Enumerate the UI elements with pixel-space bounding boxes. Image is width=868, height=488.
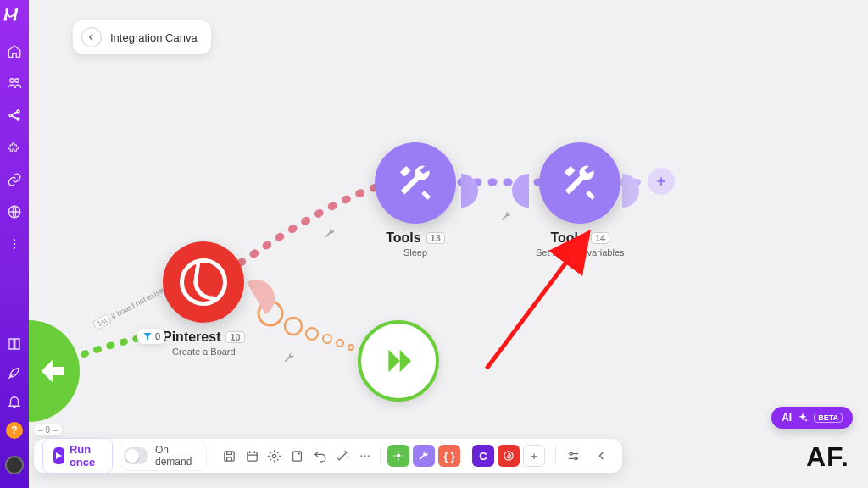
svg-rect-17	[248, 452, 257, 461]
share-icon[interactable]	[6, 107, 23, 124]
filter-chip[interactable]: 0	[137, 329, 165, 344]
sparkle-icon	[797, 412, 809, 424]
scenario-canvas[interactable]: 0 1stif board not exists Pinterest10 Cre…	[29, 0, 868, 488]
ai-label: AI	[782, 412, 792, 424]
filter-count: 0	[155, 331, 160, 341]
svg-point-1	[15, 79, 19, 83]
tools-icon	[375, 142, 456, 224]
bottom-toolbar: Run once On demand { } C +	[34, 439, 622, 473]
wrench-icon[interactable]	[500, 210, 512, 222]
chip-pinterest[interactable]	[498, 445, 520, 467]
svg-point-4	[17, 118, 19, 120]
svg-point-13	[337, 340, 343, 347]
sliders-icon[interactable]	[561, 444, 585, 468]
book-icon[interactable]	[6, 336, 23, 352]
svg-point-8	[14, 247, 15, 248]
step-indicator: – 9 –	[34, 424, 62, 435]
chip-add[interactable]: +	[523, 445, 545, 467]
more-icon[interactable]	[6, 236, 23, 252]
svg-point-2	[9, 114, 12, 117]
undo-icon[interactable]	[312, 444, 328, 468]
rail-group-top	[6, 42, 23, 252]
separator	[555, 446, 556, 465]
calendar-icon[interactable]	[244, 444, 260, 468]
svg-rect-16	[225, 451, 234, 460]
home-icon[interactable]	[6, 42, 23, 59]
node-subtitle: Sleep	[403, 247, 427, 258]
node-title: Tools	[386, 230, 420, 246]
separator	[214, 446, 214, 465]
svg-point-12	[323, 335, 331, 343]
bell-icon[interactable]	[6, 393, 23, 410]
wrench-icon[interactable]	[283, 352, 295, 363]
node-subtitle: Create a Board	[172, 347, 236, 357]
svg-point-25	[570, 452, 572, 455]
svg-point-20	[361, 455, 363, 457]
step-number: 9	[46, 425, 51, 435]
node-subtitle: Set multiple variables	[536, 247, 625, 258]
svg-point-22	[368, 455, 370, 457]
svg-point-26	[574, 457, 576, 459]
team-icon[interactable]	[6, 75, 23, 92]
link-icon[interactable]	[6, 171, 23, 188]
run-node[interactable]	[358, 320, 439, 402]
schedule-toggle-wrap: On demand	[120, 441, 207, 471]
rocket-icon[interactable]	[6, 364, 23, 381]
schedule-mode-label: On demand	[155, 444, 198, 468]
svg-point-7	[14, 243, 15, 245]
svg-point-3	[17, 110, 19, 113]
more-tools-icon[interactable]	[358, 444, 374, 468]
node-title: Pinterest	[163, 330, 220, 345]
breadcrumb: Integration Canva	[73, 20, 211, 54]
chip-router[interactable]	[387, 445, 409, 467]
ai-assistant-button[interactable]: AI BETA	[771, 407, 853, 429]
path-condition: if board not exists	[109, 286, 166, 321]
chip-tools[interactable]	[413, 445, 435, 467]
rail-group-bottom: ?	[5, 336, 24, 481]
path-label: 1stif board not exists	[92, 286, 166, 330]
svg-point-18	[273, 454, 276, 458]
user-avatar[interactable]	[5, 456, 24, 474]
chip-canva[interactable]: C	[472, 445, 494, 467]
separator	[380, 446, 381, 465]
notes-icon[interactable]	[289, 444, 305, 468]
tools-icon	[539, 142, 620, 224]
save-icon[interactable]	[221, 444, 237, 468]
settings-icon[interactable]	[267, 444, 283, 468]
node-pinterest[interactable]: Pinterest10 Create a Board	[163, 241, 245, 357]
pinterest-icon	[163, 241, 244, 323]
svg-point-9	[259, 302, 282, 325]
path-order: 1st	[92, 313, 112, 330]
node-badge: 10	[225, 331, 244, 343]
svg-point-21	[364, 455, 366, 457]
svg-rect-19	[293, 451, 302, 460]
chevron-left-icon[interactable]	[590, 444, 614, 468]
node-tools-setvars[interactable]: Tools14 Set multiple variables	[536, 142, 625, 258]
back-button[interactable]	[81, 27, 102, 47]
ai-beta-tag: BETA	[814, 413, 843, 423]
svg-point-6	[14, 239, 15, 241]
magic-icon[interactable]	[335, 444, 351, 468]
chip-http[interactable]: { }	[438, 445, 460, 467]
run-once-button[interactable]: Run once	[42, 438, 113, 474]
svg-point-0	[10, 79, 14, 83]
node-title: Tools	[550, 230, 585, 246]
wrench-icon[interactable]	[324, 227, 336, 239]
breadcrumb-title: Integration Canva	[110, 31, 198, 44]
svg-point-24	[504, 452, 514, 461]
globe-icon[interactable]	[6, 203, 23, 220]
app-logo: Ⲙ	[3, 5, 26, 29]
schedule-toggle[interactable]	[124, 447, 148, 464]
help-icon[interactable]: ?	[6, 422, 23, 439]
add-module-button[interactable]: +	[648, 168, 675, 195]
router-node[interactable]	[29, 320, 88, 422]
watermark: AF.	[806, 441, 849, 473]
svg-point-23	[397, 454, 401, 458]
left-rail: Ⲙ ?	[0, 0, 29, 488]
node-badge: 14	[591, 232, 609, 244]
svg-point-14	[348, 345, 353, 350]
node-tools-sleep[interactable]: Tools13 Sleep	[375, 142, 456, 258]
run-label: Run once	[70, 443, 102, 469]
puzzle-icon[interactable]	[6, 139, 23, 156]
svg-point-11	[306, 328, 318, 340]
